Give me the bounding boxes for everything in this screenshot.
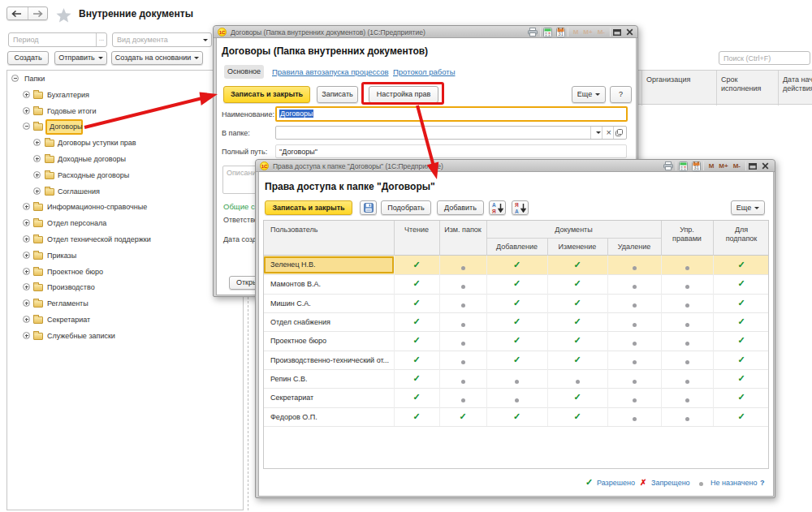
svg-text:31: 31 [558,31,564,37]
svg-text:31: 31 [693,165,700,170]
